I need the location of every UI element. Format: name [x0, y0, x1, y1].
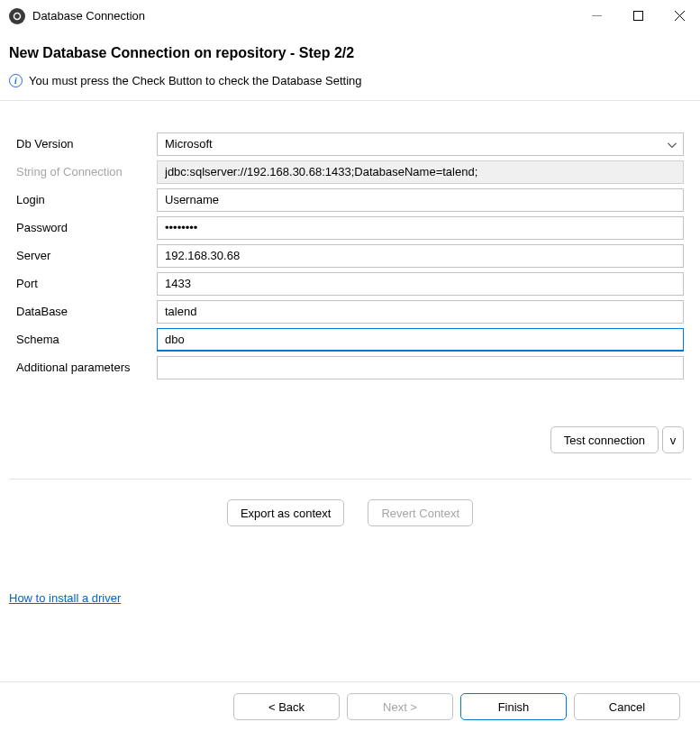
db-version-value: Microsoft [165, 137, 213, 151]
login-input[interactable] [157, 188, 684, 212]
info-banner: i You must press the Check Button to che… [0, 65, 700, 100]
schema-input[interactable] [157, 328, 684, 352]
form: Db Version Microsoft String of Connectio… [0, 101, 700, 379]
window-controls [576, 0, 700, 32]
wizard-footer: < Back Next > Finish Cancel [0, 681, 700, 731]
maximize-button[interactable] [617, 0, 659, 32]
finish-button[interactable]: Finish [460, 693, 567, 720]
app-icon [9, 8, 25, 24]
minimize-button[interactable] [576, 0, 617, 32]
window-title: Database Connection [32, 9, 145, 23]
svg-point-0 [14, 13, 21, 19]
login-label: Login [16, 193, 157, 206]
db-version-label: Db Version [16, 137, 157, 151]
additional-params-input[interactable] [157, 356, 684, 379]
info-text: You must press the Check Button to check… [29, 74, 362, 87]
database-input[interactable] [157, 300, 684, 324]
help-links: How to install a driver [0, 526, 700, 605]
schema-label: Schema [16, 333, 157, 346]
dialog-title: New Database Connection on repository - … [9, 45, 691, 61]
dialog-header: New Database Connection on repository - … [0, 32, 700, 65]
info-icon: i [9, 74, 23, 87]
export-as-context-button[interactable]: Export as context [227, 499, 344, 526]
titlebar: Database Connection [0, 0, 700, 32]
connection-actions: Test connection v [0, 383, 700, 453]
password-label: Password [16, 221, 157, 234]
context-actions: Export as context Revert Context [0, 480, 700, 526]
next-button: Next > [347, 693, 453, 720]
server-input[interactable] [157, 244, 684, 268]
back-button[interactable]: < Back [233, 693, 340, 720]
port-input[interactable] [157, 272, 684, 296]
port-label: Port [16, 277, 157, 290]
server-label: Server [16, 249, 157, 262]
connection-string-label: String of Connection [16, 165, 157, 178]
svg-rect-2 [633, 12, 642, 21]
additional-params-label: Additional parameters [16, 361, 157, 374]
connection-string-input [157, 160, 684, 184]
password-input[interactable] [157, 216, 684, 240]
db-version-select[interactable]: Microsoft [157, 132, 684, 156]
test-connection-button[interactable]: Test connection [550, 426, 659, 453]
cancel-button[interactable]: Cancel [574, 693, 680, 720]
database-label: DataBase [16, 305, 157, 318]
v-button[interactable]: v [662, 426, 684, 453]
install-driver-link[interactable]: How to install a driver [9, 591, 121, 605]
close-button[interactable] [659, 0, 700, 32]
revert-context-button: Revert Context [368, 499, 473, 526]
